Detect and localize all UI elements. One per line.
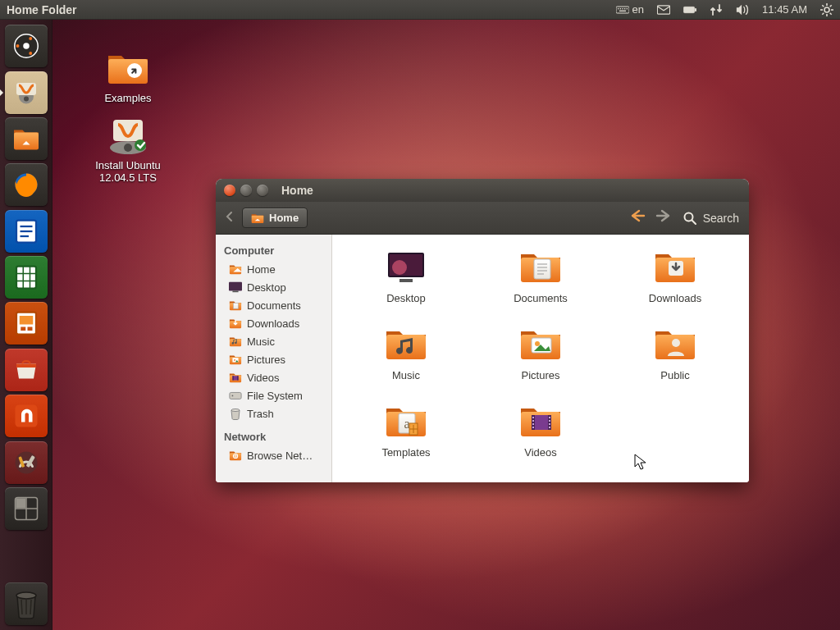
sidebar-item-label: File System — [247, 390, 303, 402]
network-indicator[interactable] — [710, 3, 723, 16]
launcher-calc[interactable] — [5, 256, 48, 299]
svg-rect-116 — [532, 417, 534, 418]
keyboard-icon — [616, 3, 629, 16]
svg-rect-81 — [230, 392, 241, 399]
launcher-nautilus[interactable] — [5, 71, 48, 114]
sidebar-item-trash[interactable]: Trash — [216, 404, 331, 422]
svg-point-90 — [392, 260, 407, 275]
svg-rect-0 — [616, 7, 629, 13]
lang-label: en — [632, 3, 644, 16]
folder-templates[interactable]: aTemplates — [342, 400, 470, 474]
sidebar-item-label: Trash — [247, 408, 274, 420]
launcher-workspace[interactable] — [5, 487, 48, 530]
search-button[interactable]: Search — [683, 212, 739, 225]
battery-indicator[interactable] — [683, 3, 696, 16]
svg-rect-53 — [16, 498, 25, 508]
launcher-ubuntu-one[interactable] — [5, 395, 48, 437]
desktop-icon-1[interactable]: Install Ubuntu 12.04.5 LTS — [79, 116, 177, 184]
svg-point-105 — [672, 339, 680, 347]
sound-indicator[interactable] — [736, 3, 749, 16]
desktop-icon-label: Examples — [79, 92, 177, 104]
launcher-impress[interactable] — [5, 302, 48, 345]
folder-downloads[interactable]: Downloads — [611, 246, 739, 320]
launcher — [0, 20, 52, 630]
svg-point-24 — [29, 52, 32, 55]
sidebar-item-label: Browse Net… — [247, 450, 313, 462]
clock[interactable]: 11:45 AM — [762, 3, 807, 16]
window-close-button[interactable] — [224, 185, 235, 196]
path-label: Home — [269, 212, 299, 224]
svg-rect-2 — [619, 8, 620, 9]
mail-icon — [657, 3, 670, 16]
window-minimize-button[interactable] — [240, 185, 252, 196]
sidebar-item-documents[interactable]: Documents — [216, 296, 331, 314]
folder-content[interactable]: DesktopDocumentsDownloadsMusicPicturesPu… — [332, 235, 749, 482]
sidebar-item-label: Videos — [247, 372, 280, 384]
nav-back-button[interactable] — [624, 209, 651, 226]
launcher-software-center[interactable] — [5, 349, 48, 391]
keyboard-indicator[interactable]: en — [616, 3, 644, 16]
svg-point-22 — [16, 44, 19, 48]
svg-rect-45 — [27, 327, 32, 331]
svg-rect-91 — [399, 279, 413, 282]
svg-rect-44 — [21, 327, 25, 331]
folder-label: Documents — [477, 292, 605, 304]
svg-line-57 — [30, 600, 31, 614]
launcher-dash[interactable] — [5, 25, 48, 67]
sidebar-item-pictures[interactable]: Pictures — [216, 350, 331, 368]
svg-point-10 — [824, 7, 829, 12]
svg-rect-63 — [135, 139, 146, 151]
path-button-home[interactable]: Home — [242, 208, 308, 228]
svg-rect-79 — [232, 376, 233, 380]
sidebar-item-label: Documents — [247, 299, 301, 312]
svg-rect-61 — [113, 120, 143, 141]
svg-rect-93 — [534, 259, 550, 279]
svg-rect-4 — [624, 8, 625, 9]
svg-line-55 — [21, 600, 22, 614]
sidebar-item-browse-net-[interactable]: Browse Net… — [216, 446, 331, 464]
launcher-writer[interactable] — [5, 210, 48, 253]
sidebar-item-label: Music — [247, 336, 275, 348]
svg-point-76 — [234, 359, 235, 361]
svg-point-54 — [16, 592, 36, 599]
launcher-firefox[interactable] — [5, 163, 48, 206]
home-folder-icon — [251, 212, 264, 224]
folder-public[interactable]: Public — [611, 323, 739, 397]
folder-label: Music — [342, 369, 470, 381]
sidebar: Computer HomeDesktopDocumentsDownloadsMu… — [216, 235, 332, 482]
folder-label: Desktop — [342, 292, 470, 304]
sidebar-item-videos[interactable]: Videos — [216, 368, 331, 386]
sidebar-item-desktop[interactable]: Desktop — [216, 278, 331, 296]
svg-rect-46 — [15, 405, 37, 427]
svg-rect-68 — [229, 282, 242, 291]
svg-rect-117 — [532, 420, 534, 422]
sidebar-item-home[interactable]: Home — [216, 260, 331, 278]
desktop-icon-0[interactable]: Examples — [79, 49, 177, 104]
session-indicator[interactable] — [820, 3, 833, 16]
launcher-trash[interactable] — [5, 582, 48, 625]
svg-text:a: a — [404, 417, 409, 431]
sidebar-item-downloads[interactable]: Downloads — [216, 314, 331, 332]
folder-documents[interactable]: Documents — [477, 246, 605, 320]
window-maximize-button[interactable] — [257, 185, 268, 196]
folder-pictures[interactable]: Pictures — [477, 323, 605, 397]
window-titlebar[interactable]: Home — [216, 179, 749, 202]
nav-forward-button[interactable] — [651, 209, 677, 226]
svg-rect-100 — [386, 335, 426, 359]
sidebar-item-file-system[interactable]: File System — [216, 386, 331, 404]
svg-rect-35 — [16, 267, 36, 289]
folder-videos[interactable]: Videos — [477, 400, 605, 474]
svg-rect-120 — [549, 417, 550, 418]
folder-label: Pictures — [477, 369, 605, 381]
sidebar-item-music[interactable]: Music — [216, 332, 331, 350]
launcher-settings[interactable] — [5, 441, 48, 484]
launcher-files[interactable] — [5, 117, 48, 160]
svg-line-17 — [830, 5, 832, 7]
sidebar-item-label: Home — [247, 263, 276, 276]
svg-rect-5 — [626, 8, 627, 9]
path-prev-icon[interactable] — [226, 212, 234, 224]
folder-desktop[interactable]: Desktop — [342, 246, 470, 320]
mail-indicator[interactable] — [657, 3, 670, 16]
svg-point-82 — [232, 395, 234, 397]
folder-music[interactable]: Music — [342, 323, 470, 397]
